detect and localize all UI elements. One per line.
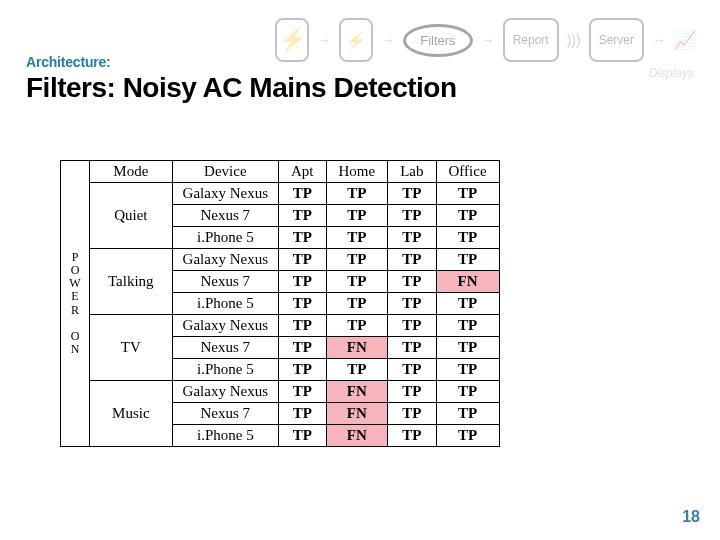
table-row: MusicGalaxy NexusTPFNTPTP [90, 381, 500, 403]
side-label-text: POWER ON [69, 251, 80, 357]
result-cell: TP [279, 249, 327, 271]
device-cell: Nexus 7 [172, 205, 278, 227]
result-cell: FN [326, 337, 388, 359]
device-cell: i.Phone 5 [172, 425, 278, 447]
result-cell: TP [279, 315, 327, 337]
result-cell: TP [279, 271, 327, 293]
graph-icon: 📈 [674, 29, 696, 51]
result-cell: TP [436, 403, 499, 425]
device-cell: i.Phone 5 [172, 359, 278, 381]
result-cell: TP [436, 337, 499, 359]
page-number: 18 [682, 508, 700, 526]
flow-filters: Filters [403, 24, 472, 57]
result-cell: TP [388, 227, 436, 249]
header: Architecture: Filters: Noisy AC Mains De… [26, 54, 457, 104]
result-cell: TP [279, 425, 327, 447]
table-header: Lab [388, 161, 436, 183]
result-cell: TP [326, 227, 388, 249]
result-cell: TP [436, 293, 499, 315]
bolt-icon: ⚡ [346, 31, 366, 50]
table-row: QuietGalaxy NexusTPTPTPTP [90, 183, 500, 205]
mode-cell: Talking [90, 249, 173, 315]
result-cell: TP [436, 183, 499, 205]
flow-displays-label: Displays [649, 66, 694, 80]
result-cell: TP [326, 271, 388, 293]
device-cell: Nexus 7 [172, 271, 278, 293]
result-cell: TP [388, 337, 436, 359]
table-area: POWER ON ModeDeviceAptHomeLabOfficeQuiet… [60, 160, 500, 447]
arrow-icon: → [481, 32, 495, 48]
arrow-icon: → [381, 32, 395, 48]
device-cell: Galaxy Nexus [172, 381, 278, 403]
result-cell: TP [388, 249, 436, 271]
flow-filters-label: Filters [420, 33, 455, 48]
result-cell: FN [436, 271, 499, 293]
device-cell: i.Phone 5 [172, 293, 278, 315]
page-title: Filters: Noisy AC Mains Detection [26, 72, 457, 104]
device-cell: Galaxy Nexus [172, 183, 278, 205]
result-cell: TP [388, 359, 436, 381]
device-cell: Nexus 7 [172, 337, 278, 359]
bolt-icon: ⚡ [279, 27, 306, 53]
device-cell: Galaxy Nexus [172, 315, 278, 337]
device-cell: i.Phone 5 [172, 227, 278, 249]
table-row: TalkingGalaxy NexusTPTPTPTP [90, 249, 500, 271]
result-cell: TP [436, 315, 499, 337]
results-table: ModeDeviceAptHomeLabOfficeQuietGalaxy Ne… [89, 160, 500, 447]
result-cell: FN [326, 425, 388, 447]
result-cell: FN [326, 403, 388, 425]
result-cell: TP [388, 293, 436, 315]
result-cell: TP [388, 403, 436, 425]
result-cell: TP [326, 359, 388, 381]
flow-report-label: Report [513, 33, 549, 47]
result-cell: TP [279, 381, 327, 403]
result-cell: TP [436, 227, 499, 249]
result-cell: TP [279, 337, 327, 359]
mode-cell: Quiet [90, 183, 173, 249]
mode-cell: Music [90, 381, 173, 447]
result-cell: TP [436, 425, 499, 447]
side-label: POWER ON [60, 160, 90, 447]
result-cell: TP [436, 381, 499, 403]
mode-cell: TV [90, 315, 173, 381]
device-cell: Galaxy Nexus [172, 249, 278, 271]
result-cell: TP [279, 293, 327, 315]
result-cell: TP [326, 183, 388, 205]
flow-server-label: Server [599, 33, 634, 47]
result-cell: TP [279, 205, 327, 227]
arrow-icon: → [652, 32, 666, 48]
table-header: Home [326, 161, 388, 183]
result-cell: TP [279, 359, 327, 381]
eyebrow: Architecture: [26, 54, 457, 70]
table-header: Device [172, 161, 278, 183]
result-cell: TP [279, 227, 327, 249]
result-cell: TP [436, 205, 499, 227]
result-cell: TP [388, 271, 436, 293]
result-cell: TP [326, 293, 388, 315]
device-cell: Nexus 7 [172, 403, 278, 425]
flow-server: Server [589, 18, 644, 62]
result-cell: FN [326, 381, 388, 403]
arrow-icon: → [317, 32, 331, 48]
result-cell: TP [436, 249, 499, 271]
result-cell: TP [279, 183, 327, 205]
wifi-icon: ))) [567, 32, 581, 48]
result-cell: TP [388, 381, 436, 403]
result-cell: TP [388, 205, 436, 227]
result-cell: TP [388, 315, 436, 337]
result-cell: TP [388, 183, 436, 205]
result-cell: TP [326, 249, 388, 271]
result-cell: TP [436, 359, 499, 381]
table-row: TVGalaxy NexusTPTPTPTP [90, 315, 500, 337]
result-cell: TP [326, 315, 388, 337]
result-cell: TP [326, 205, 388, 227]
table-header: Office [436, 161, 499, 183]
slide: ⚡ → ⚡ → Filters → Report ))) Server → 📈 … [0, 0, 720, 540]
result-cell: TP [279, 403, 327, 425]
flow-report: Report [503, 18, 559, 62]
table-header: Apt [279, 161, 327, 183]
table-header: Mode [90, 161, 173, 183]
result-cell: TP [388, 425, 436, 447]
